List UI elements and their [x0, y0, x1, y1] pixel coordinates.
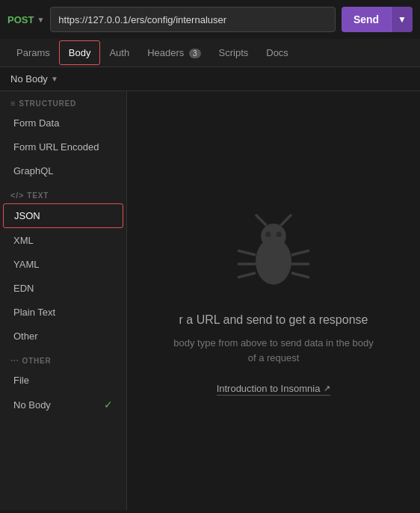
main-layout: ≡ STRUCTURED Form Data Form URL Encoded …: [0, 91, 420, 510]
tab-params[interactable]: Params: [7, 41, 59, 64]
headers-badge: 3: [189, 49, 201, 58]
no-body-chevron-icon: ▼: [51, 75, 58, 83]
sidebar-item-no-body[interactable]: No Body ✓: [3, 393, 123, 417]
sidebar-item-xml[interactable]: XML: [3, 229, 123, 252]
section-structured: ≡ STRUCTURED: [0, 91, 126, 111]
no-body-label: No Body: [10, 73, 48, 85]
tab-body[interactable]: Body: [59, 40, 101, 65]
sidebar-item-file[interactable]: File: [3, 369, 123, 392]
nav-tabs: Params Body Auth Headers 3 Scripts Docs: [0, 39, 420, 67]
section-text-label: TEXT: [27, 191, 49, 200]
bug-icon: [229, 206, 318, 298]
tab-auth[interactable]: Auth: [100, 41, 138, 64]
send-button[interactable]: Send: [342, 7, 391, 32]
intro-link-label: Introduction to Insomnia: [217, 383, 321, 394]
no-body-checkmark-icon: ✓: [104, 399, 113, 411]
url-input[interactable]: https://127.0.0.1/ers/config/internaluse…: [50, 7, 336, 32]
tab-body-label: Body: [69, 47, 91, 58]
external-link-icon: ↗: [324, 384, 330, 393]
svg-line-7: [291, 251, 309, 255]
tab-params-label: Params: [16, 47, 50, 58]
section-text: </> TEXT: [0, 183, 126, 203]
sidebar-item-plain-text[interactable]: Plain Text: [3, 301, 123, 324]
method-chevron-icon: ▼: [37, 16, 44, 24]
svg-line-6: [238, 273, 256, 277]
svg-line-2: [256, 215, 266, 225]
method-label: POST: [7, 14, 34, 25]
top-bar: POST ▼ https://127.0.0.1/ers/config/inte…: [0, 0, 420, 39]
svg-point-10: [265, 232, 271, 237]
svg-line-4: [238, 251, 256, 255]
tab-scripts[interactable]: Scripts: [210, 41, 258, 64]
sidebar-item-edn[interactable]: EDN: [3, 277, 123, 300]
svg-line-3: [281, 215, 291, 225]
introduction-link[interactable]: Introduction to Insomnia ↗: [217, 383, 331, 396]
send-btn-group: Send ▼: [342, 7, 413, 32]
method-selector[interactable]: POST ▼: [7, 14, 44, 25]
other-icon: ···: [10, 356, 19, 365]
sidebar: ≡ STRUCTURED Form Data Form URL Encoded …: [0, 91, 127, 510]
sidebar-item-graphql[interactable]: GraphQL: [3, 159, 123, 182]
structured-icon: ≡: [10, 99, 16, 108]
sidebar-item-other[interactable]: Other: [3, 325, 123, 348]
text-icon: </>: [10, 191, 24, 200]
tab-docs[interactable]: Docs: [257, 41, 297, 64]
tab-headers-label: Headers: [147, 47, 184, 58]
send-dropdown-button[interactable]: ▼: [391, 7, 413, 32]
tab-headers[interactable]: Headers 3: [138, 41, 209, 64]
tab-auth-label: Auth: [109, 47, 129, 58]
svg-point-11: [277, 232, 282, 237]
sidebar-item-form-url-encoded[interactable]: Form URL Encoded: [3, 135, 123, 159]
content-area: r a URL and send to get a response body …: [127, 91, 420, 510]
sidebar-item-form-data[interactable]: Form Data: [3, 111, 123, 135]
section-other-label: OTHER: [22, 357, 52, 365]
sidebar-item-json[interactable]: JSON: [3, 203, 123, 228]
send-dropdown-icon: ▼: [398, 14, 407, 25]
section-other: ··· OTHER: [0, 348, 126, 368]
url-text: https://127.0.0.1/ers/config/internaluse…: [58, 14, 226, 25]
content-sub-text: body type from above to send data in the…: [169, 336, 378, 365]
content-main-text: r a URL and send to get a response: [179, 313, 368, 327]
no-body-bar[interactable]: No Body ▼: [0, 67, 420, 91]
section-structured-label: STRUCTURED: [19, 99, 76, 108]
tab-scripts-label: Scripts: [219, 47, 249, 58]
sidebar-item-yaml[interactable]: YAML: [3, 253, 123, 276]
tab-docs-label: Docs: [266, 47, 288, 58]
svg-line-9: [291, 273, 309, 277]
svg-point-1: [261, 224, 286, 249]
